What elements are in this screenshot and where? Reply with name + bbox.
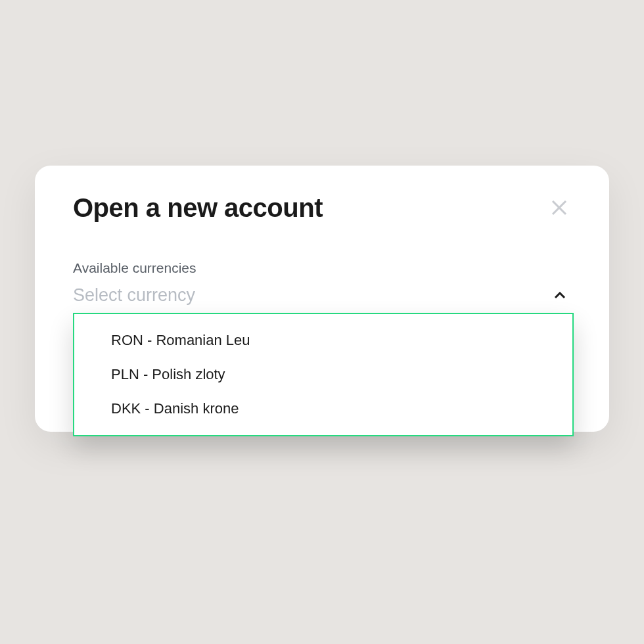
currency-option-pln[interactable]: PLN - Polish zloty [74,357,572,392]
currency-dropdown: RON - Romanian Leu PLN - Polish zloty DK… [73,313,574,436]
modal-title: Open a new account [73,193,323,222]
new-account-modal: Open a new account Available currencies … [35,166,609,432]
modal-header: Open a new account [73,193,571,222]
close-icon [549,198,569,218]
select-placeholder: Select currency [73,285,195,306]
currency-option-ron[interactable]: RON - Romanian Leu [74,323,572,357]
close-button[interactable] [547,196,571,219]
currency-label: Available currencies [73,260,571,276]
currency-field: Available currencies Select currency RON… [73,260,571,313]
currency-option-dkk[interactable]: DKK - Danish krone [74,392,572,426]
chevron-up-icon [553,288,567,303]
currency-select[interactable]: Select currency [73,283,571,313]
